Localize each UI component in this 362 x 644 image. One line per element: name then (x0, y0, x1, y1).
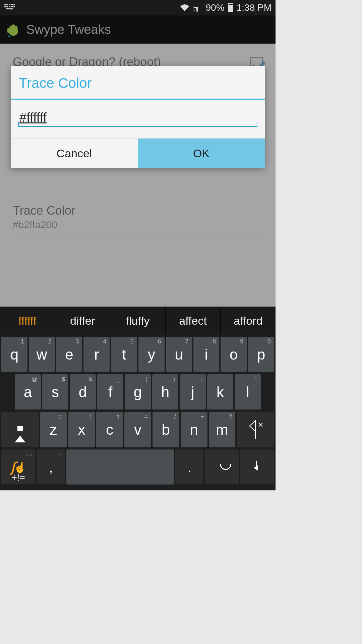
svg-rect-1 (6, 4, 8, 5)
swype-key[interactable]: ▭ ʃ☝ +!= (1, 449, 35, 485)
key-i[interactable]: 8i (193, 337, 220, 372)
svg-rect-10 (6, 8, 13, 9)
key-label: o (230, 346, 238, 363)
key-label: n (190, 421, 198, 438)
key-alt-label: = (144, 413, 148, 420)
status-bar: 90% 1:38 PM (0, 0, 276, 15)
key-label: m (216, 421, 228, 438)
key-n[interactable]: +n (181, 412, 207, 447)
key-alt-label: # (116, 413, 120, 420)
backspace-key[interactable] (237, 412, 274, 447)
color-input[interactable] (19, 110, 256, 125)
cancel-button[interactable]: Cancel (11, 139, 138, 168)
key-q[interactable]: 1q (1, 337, 27, 372)
key-label: s (52, 384, 59, 400)
shift-icon (15, 419, 25, 436)
key-z[interactable]: ☺z (40, 412, 67, 447)
key-m[interactable]: ?m (209, 412, 236, 447)
key-alt-label: 0 (267, 338, 271, 345)
key-r[interactable]: 4r (83, 337, 110, 372)
mic-key[interactable] (205, 449, 239, 485)
enter-key[interactable] (240, 449, 274, 485)
suggestion-4[interactable]: afford (221, 307, 276, 335)
svg-rect-0 (4, 4, 6, 5)
ok-button[interactable]: OK (138, 139, 265, 168)
svg-rect-3 (11, 4, 13, 5)
key-h[interactable]: )h (152, 374, 178, 410)
key-s[interactable]: $s (42, 374, 68, 410)
app-icon (6, 21, 21, 38)
key-v[interactable]: =v (124, 412, 151, 447)
key-label: h (161, 384, 169, 400)
battery-percent: 90% (206, 2, 225, 13)
key-alt-label: 9 (240, 338, 243, 345)
key-label: w (37, 346, 47, 363)
key-c[interactable]: #c (96, 412, 123, 447)
key-b[interactable]: /b (153, 412, 179, 447)
key-label: g (134, 384, 142, 400)
suggestion-2[interactable]: fluffy (110, 307, 166, 335)
clock: 1:38 PM (237, 2, 272, 13)
key-w[interactable]: 2w (29, 337, 55, 372)
key-label: e (65, 346, 73, 363)
key-label: j (191, 384, 194, 400)
key-f[interactable]: _f (97, 374, 123, 410)
key-a[interactable]: @a (15, 374, 41, 410)
svg-rect-8 (11, 6, 13, 7)
key-label: r (94, 346, 99, 363)
svg-rect-6 (6, 6, 8, 7)
app-title: Swype Tweaks (26, 22, 111, 37)
key-alt-label: + (200, 413, 204, 420)
svg-rect-2 (9, 4, 10, 5)
key-g[interactable]: (g (125, 374, 151, 410)
shift-key[interactable] (1, 412, 39, 447)
space-key[interactable] (66, 449, 174, 485)
key-d[interactable]: &d (70, 374, 96, 410)
key-alt-label: 2 (48, 338, 52, 345)
key-label: k (217, 384, 224, 400)
key-label: l (246, 384, 249, 400)
key-j[interactable]: :j (180, 374, 206, 410)
key-u[interactable]: 7u (166, 337, 192, 372)
sym-label: +!= (11, 472, 25, 483)
wifi-icon (180, 4, 190, 12)
key-alt-label: _ (117, 376, 120, 383)
comma-label: , (49, 459, 53, 476)
key-p[interactable]: 0p (248, 337, 274, 372)
key-t[interactable]: 5t (111, 337, 137, 372)
key-alt-label: 3 (75, 338, 79, 345)
key-label: a (24, 384, 32, 400)
key-label: y (148, 346, 155, 363)
key-label: z (50, 421, 57, 438)
key-label: c (106, 421, 113, 438)
key-label: i (205, 346, 208, 363)
period-label: . (187, 459, 191, 476)
key-alt-label: 4 (103, 338, 106, 345)
svg-rect-4 (13, 4, 15, 5)
svg-rect-5 (4, 6, 6, 7)
key-alt-label: ? (229, 413, 232, 420)
suggestion-3[interactable]: affect (166, 307, 221, 335)
comma-key[interactable]: - , (37, 449, 65, 485)
key-y[interactable]: 6y (138, 337, 165, 372)
keyboard-indicator-icon (4, 4, 15, 11)
key-o[interactable]: 9o (221, 337, 247, 372)
key-x[interactable]: !x (68, 412, 95, 447)
key-label: x (78, 421, 85, 438)
period-key[interactable]: . (175, 449, 203, 485)
key-label: q (10, 346, 18, 363)
key-alt-label: : (201, 376, 202, 383)
key-e[interactable]: 3e (56, 337, 82, 372)
key-alt-label: 1 (21, 338, 24, 345)
suggestion-0[interactable]: ffffff (0, 307, 55, 335)
key-alt-label: ! (90, 413, 92, 420)
key-label: b (162, 421, 170, 438)
key-label: d (79, 384, 87, 400)
key-l[interactable]: "l (235, 374, 261, 410)
airplane-icon (193, 3, 202, 12)
suggestion-1[interactable]: differ (55, 307, 111, 335)
recent-apps-icon: ▭ (26, 451, 32, 458)
svg-rect-14 (7, 28, 9, 33)
key-alt-label: ) (173, 376, 175, 383)
key-k[interactable]: ;k (207, 374, 233, 410)
